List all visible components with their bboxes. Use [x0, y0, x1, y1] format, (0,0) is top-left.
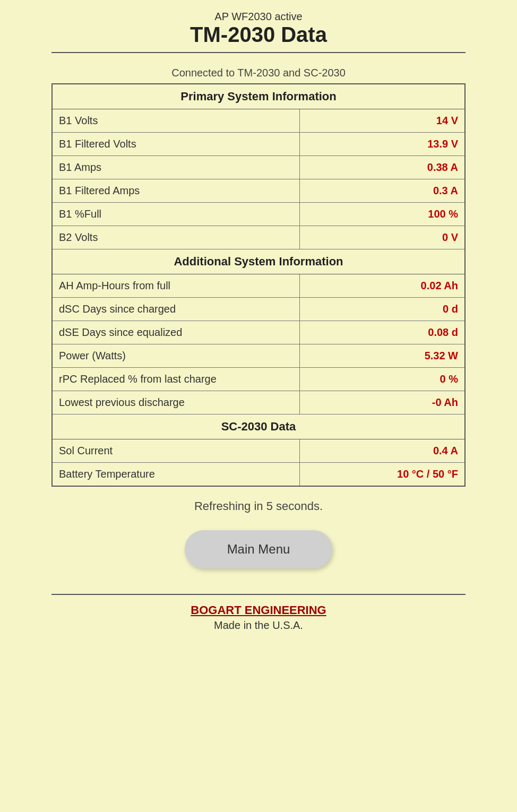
- value-b1-volts: 14 V: [300, 109, 465, 133]
- value-ah-amp-hours: 0.02 Ah: [300, 274, 465, 298]
- header-title: TM-2030 Data: [51, 23, 466, 47]
- header-subtitle: AP WF2030 active: [51, 11, 466, 23]
- footer: BOGART ENGINEERING Made in the U.S.A.: [191, 603, 326, 642]
- refresh-text: Refreshing in 5 seconds.: [194, 499, 323, 513]
- value-b2-volts: 0 V: [300, 226, 465, 249]
- footer-made-in: Made in the U.S.A.: [191, 619, 326, 632]
- table-row: Power (Watts) 5.32 W: [52, 344, 465, 368]
- connected-label: Connected to TM-2030 and SC-2030: [171, 67, 346, 79]
- label-rpc-replaced: rPC Replaced % from last charge: [52, 368, 300, 391]
- label-dse-days-equalized: dSE Days since equalized: [52, 321, 300, 344]
- section-header-row-sc2030: SC-2030 Data: [52, 414, 465, 439]
- value-b1-filtered-volts: 13.9 V: [300, 133, 465, 156]
- bottom-divider: [51, 594, 466, 595]
- data-table: Primary System Information B1 Volts 14 V…: [51, 83, 466, 487]
- label-b1-volts: B1 Volts: [52, 109, 300, 133]
- label-ah-amp-hours: AH Amp-Hours from full: [52, 274, 300, 298]
- section-header-row-primary: Primary System Information: [52, 84, 465, 109]
- table-row: dSC Days since charged 0 d: [52, 298, 465, 321]
- value-power-watts: 5.32 W: [300, 344, 465, 368]
- label-battery-temperature: Battery Temperature: [52, 463, 300, 487]
- table-row: B1 Filtered Amps 0.3 A: [52, 179, 465, 203]
- value-b1-amps: 0.38 A: [300, 156, 465, 179]
- value-lowest-discharge: -0 Ah: [300, 391, 465, 414]
- table-row: AH Amp-Hours from full 0.02 Ah: [52, 274, 465, 298]
- value-sol-current: 0.4 A: [300, 439, 465, 463]
- label-b1-filtered-volts: B1 Filtered Volts: [52, 133, 300, 156]
- value-dse-days-equalized: 0.08 d: [300, 321, 465, 344]
- table-row: dSE Days since equalized 0.08 d: [52, 321, 465, 344]
- value-rpc-replaced: 0 %: [300, 368, 465, 391]
- table-row: B2 Volts 0 V: [52, 226, 465, 249]
- table-row: B1 Amps 0.38 A: [52, 156, 465, 179]
- table-row: B1 Volts 14 V: [52, 109, 465, 133]
- table-row: Sol Current 0.4 A: [52, 439, 465, 463]
- value-battery-temperature: 10 °C / 50 °F: [300, 463, 465, 487]
- page-header: AP WF2030 active TM-2030 Data: [51, 11, 466, 53]
- label-b1-filtered-amps: B1 Filtered Amps: [52, 179, 300, 203]
- sc2030-section-header: SC-2030 Data: [52, 414, 465, 439]
- label-b2-volts: B2 Volts: [52, 226, 300, 249]
- value-b1-pct-full: 100 %: [300, 203, 465, 226]
- label-power-watts: Power (Watts): [52, 344, 300, 368]
- label-b1-amps: B1 Amps: [52, 156, 300, 179]
- label-dsc-days-charged: dSC Days since charged: [52, 298, 300, 321]
- table-row: Battery Temperature 10 °C / 50 °F: [52, 463, 465, 487]
- page-wrapper: AP WF2030 active TM-2030 Data Connected …: [41, 0, 476, 663]
- label-b1-pct-full: B1 %Full: [52, 203, 300, 226]
- additional-section-header: Additional System Information: [52, 249, 465, 274]
- label-sol-current: Sol Current: [52, 439, 300, 463]
- table-row: rPC Replaced % from last charge 0 %: [52, 368, 465, 391]
- table-row: B1 Filtered Volts 13.9 V: [52, 133, 465, 156]
- main-menu-button[interactable]: Main Menu: [185, 530, 333, 568]
- footer-brand[interactable]: BOGART ENGINEERING: [191, 603, 326, 617]
- value-b1-filtered-amps: 0.3 A: [300, 179, 465, 203]
- value-dsc-days-charged: 0 d: [300, 298, 465, 321]
- section-header-row-additional: Additional System Information: [52, 249, 465, 274]
- label-lowest-discharge: Lowest previous discharge: [52, 391, 300, 414]
- primary-section-header: Primary System Information: [52, 84, 465, 109]
- table-row: B1 %Full 100 %: [52, 203, 465, 226]
- table-row: Lowest previous discharge -0 Ah: [52, 391, 465, 414]
